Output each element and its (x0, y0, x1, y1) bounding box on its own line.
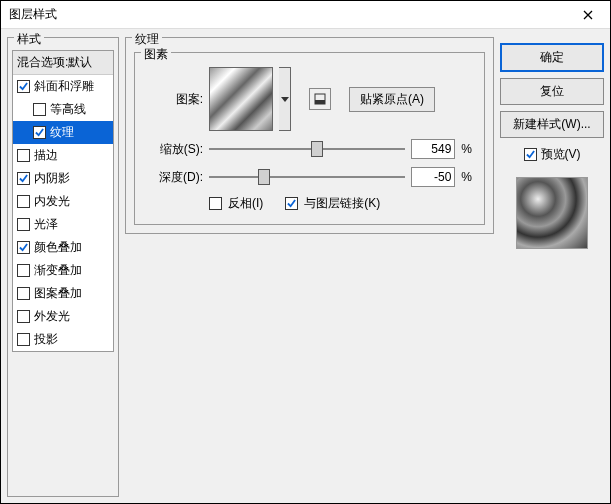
depth-row: 深度(D): % (147, 167, 472, 187)
style-item-label: 内发光 (34, 193, 70, 210)
ok-button[interactable]: 确定 (500, 43, 604, 72)
link-layer-label: 与图层链接(K) (304, 195, 380, 212)
style-checkbox[interactable] (17, 287, 30, 300)
scale-slider[interactable] (209, 139, 405, 159)
style-list: 混合选项:默认 斜面和浮雕等高线纹理描边内阴影内发光光泽颜色叠加渐变叠加图案叠加… (12, 50, 114, 352)
scale-unit: % (461, 142, 472, 156)
checkbox-row: 反相(I) 与图层链接(K) (209, 195, 472, 212)
style-item[interactable]: 内阴影 (13, 167, 113, 190)
window-title: 图层样式 (9, 6, 565, 23)
layer-style-dialog: 图层样式 样式 混合选项:默认 斜面和浮雕等高线纹理描边内阴影内发光光泽颜色叠加… (0, 0, 611, 504)
settings-panel: 纹理 图素 图案: 贴紧原点(A) (125, 37, 494, 497)
preview-checkbox[interactable] (524, 148, 537, 161)
depth-unit: % (461, 170, 472, 184)
cancel-button[interactable]: 复位 (500, 78, 604, 105)
style-item-label: 光泽 (34, 216, 58, 233)
preview-swirl (517, 178, 587, 248)
depth-input[interactable] (411, 167, 455, 187)
new-preset-icon (314, 93, 326, 105)
style-item[interactable]: 图案叠加 (13, 282, 113, 305)
pattern-row: 图案: 贴紧原点(A) (147, 67, 472, 131)
styles-panel: 样式 混合选项:默认 斜面和浮雕等高线纹理描边内阴影内发光光泽颜色叠加渐变叠加图… (7, 37, 119, 497)
style-item-label: 渐变叠加 (34, 262, 82, 279)
style-item[interactable]: 颜色叠加 (13, 236, 113, 259)
scale-slider-thumb[interactable] (311, 141, 323, 157)
style-item-label: 图案叠加 (34, 285, 82, 302)
styles-group-label: 样式 (14, 31, 44, 48)
style-checkbox[interactable] (17, 195, 30, 208)
scale-input[interactable] (411, 139, 455, 159)
style-item-label: 纹理 (50, 124, 74, 141)
style-item-label: 颜色叠加 (34, 239, 82, 256)
pattern-thumbnail[interactable] (209, 67, 273, 131)
style-item-label: 内阴影 (34, 170, 70, 187)
style-checkbox[interactable] (33, 103, 46, 116)
style-item[interactable]: 描边 (13, 144, 113, 167)
style-checkbox[interactable] (17, 149, 30, 162)
style-checkbox[interactable] (17, 218, 30, 231)
action-panel: 确定 复位 新建样式(W)... 预览(V) (500, 37, 604, 497)
pattern-dropdown[interactable] (279, 67, 291, 131)
invert-checkbox[interactable] (209, 197, 222, 210)
invert-label: 反相(I) (228, 195, 263, 212)
style-item[interactable]: 外发光 (13, 305, 113, 328)
depth-slider-thumb[interactable] (258, 169, 270, 185)
style-checkbox[interactable] (17, 172, 30, 185)
dialog-body: 样式 混合选项:默认 斜面和浮雕等高线纹理描边内阴影内发光光泽颜色叠加渐变叠加图… (1, 29, 610, 503)
style-item-label: 投影 (34, 331, 58, 348)
style-checkbox[interactable] (17, 310, 30, 323)
chevron-down-icon (281, 97, 289, 102)
style-item[interactable]: 内发光 (13, 190, 113, 213)
new-preset-button[interactable] (309, 88, 331, 110)
style-item[interactable]: 纹理 (13, 121, 113, 144)
style-checkbox[interactable] (17, 333, 30, 346)
style-checkbox[interactable] (17, 80, 30, 93)
styles-group: 样式 混合选项:默认 斜面和浮雕等高线纹理描边内阴影内发光光泽颜色叠加渐变叠加图… (7, 37, 119, 497)
style-checkbox[interactable] (17, 241, 30, 254)
style-checkbox[interactable] (33, 126, 46, 139)
pattern-label: 图案: (147, 91, 203, 108)
style-item[interactable]: 等高线 (13, 98, 113, 121)
style-item[interactable]: 斜面和浮雕 (13, 75, 113, 98)
style-item[interactable]: 投影 (13, 328, 113, 351)
depth-label: 深度(D): (147, 169, 203, 186)
style-item[interactable]: 渐变叠加 (13, 259, 113, 282)
preview-label: 预览(V) (541, 146, 581, 163)
scale-row: 缩放(S): % (147, 139, 472, 159)
depth-slider[interactable] (209, 167, 405, 187)
style-item-label: 斜面和浮雕 (34, 78, 94, 95)
texture-group: 纹理 图素 图案: 贴紧原点(A) (125, 37, 494, 234)
snap-origin-button[interactable]: 贴紧原点(A) (349, 87, 435, 112)
blend-options-header[interactable]: 混合选项:默认 (13, 51, 113, 75)
style-item-label: 外发光 (34, 308, 70, 325)
style-item-label: 描边 (34, 147, 58, 164)
link-layer-checkbox[interactable] (285, 197, 298, 210)
preview-thumbnail (516, 177, 588, 249)
style-checkbox[interactable] (17, 264, 30, 277)
svg-rect-1 (315, 100, 325, 104)
blend-options-label: 混合选项:默认 (17, 54, 92, 71)
titlebar: 图层样式 (1, 1, 610, 29)
new-style-button[interactable]: 新建样式(W)... (500, 111, 604, 138)
elements-group-label: 图素 (141, 46, 171, 63)
close-button[interactable] (565, 1, 610, 29)
preview-row: 预览(V) (500, 146, 604, 163)
close-icon (583, 10, 593, 20)
style-item[interactable]: 光泽 (13, 213, 113, 236)
scale-label: 缩放(S): (147, 141, 203, 158)
elements-group: 图素 图案: 贴紧原点(A) (134, 52, 485, 225)
style-item-label: 等高线 (50, 101, 86, 118)
